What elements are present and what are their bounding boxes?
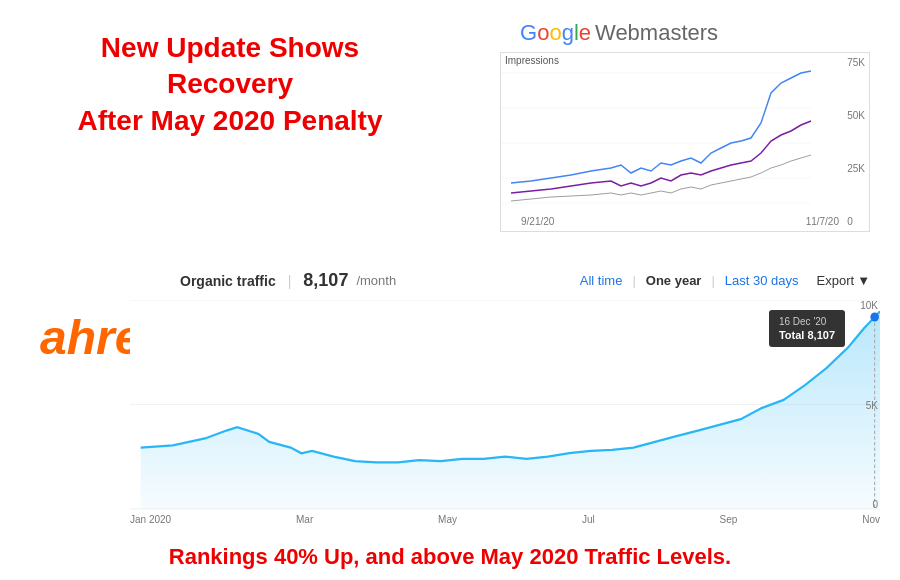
ahrefs-chart-svg [130, 300, 880, 510]
title-line2: After May 2020 Penalty [77, 105, 382, 136]
organic-traffic-label: Organic traffic [180, 273, 276, 289]
filter-one-year[interactable]: One year [646, 273, 702, 288]
google-chart-svg [501, 53, 841, 218]
filter-all-time[interactable]: All time [580, 273, 623, 288]
chevron-down-icon: ▼ [857, 273, 870, 288]
tooltip-date: 16 Dec '20 [779, 316, 835, 327]
tooltip-value: Total 8,107 [779, 329, 835, 341]
x-label-jan: Jan 2020 [130, 514, 171, 525]
bottom-title: Rankings 40% Up, and above May 2020 Traf… [0, 544, 900, 570]
x-label-sep: Sep [720, 514, 738, 525]
x-label-jul: Jul [582, 514, 595, 525]
ahrefs-header: Organic traffic | 8,107 /month All time … [0, 262, 900, 295]
time-filters: All time | One year | Last 30 days Expor… [580, 273, 870, 288]
filter-divider1: | [632, 273, 635, 288]
google-x-labels: 9/21/20 11/7/20 [521, 216, 839, 227]
filter-last-30[interactable]: Last 30 days [725, 273, 799, 288]
impressions-label: Impressions [505, 55, 559, 66]
google-section: Google Webmasters 75K 50K 25K 0 9/21/20 … [500, 20, 880, 232]
title-line1: New Update Shows Recovery [101, 32, 359, 99]
google-webmasters-label: Webmasters [595, 20, 718, 46]
tooltip-label: Total [779, 329, 804, 341]
google-g-blue: Google [520, 20, 591, 46]
traffic-unit: /month [356, 273, 396, 288]
chart-tooltip: 16 Dec '20 Total 8,107 [769, 310, 845, 347]
ahrefs-y-labels: 10K 5K 0 [860, 300, 878, 510]
ahrefs-chart-area [130, 300, 880, 510]
google-logo: Google Webmasters [500, 20, 880, 46]
export-button[interactable]: Export ▼ [817, 273, 870, 288]
tooltip-number: 8,107 [807, 329, 835, 341]
export-label: Export [817, 273, 855, 288]
x-label-nov: Nov [862, 514, 880, 525]
divider1: | [288, 273, 292, 289]
x-label-mar: Mar [296, 514, 313, 525]
title-section: New Update Shows Recovery After May 2020… [40, 30, 420, 139]
x-label-may: May [438, 514, 457, 525]
google-chart: 75K 50K 25K 0 9/21/20 11/7/20 Impression… [500, 52, 870, 232]
main-title: New Update Shows Recovery After May 2020… [40, 30, 420, 139]
ahrefs-x-labels: Jan 2020 Mar May Jul Sep Nov [130, 514, 880, 525]
filter-divider2: | [711, 273, 714, 288]
google-y-labels: 75K 50K 25K 0 [847, 53, 865, 231]
traffic-value: 8,107 [303, 270, 348, 291]
